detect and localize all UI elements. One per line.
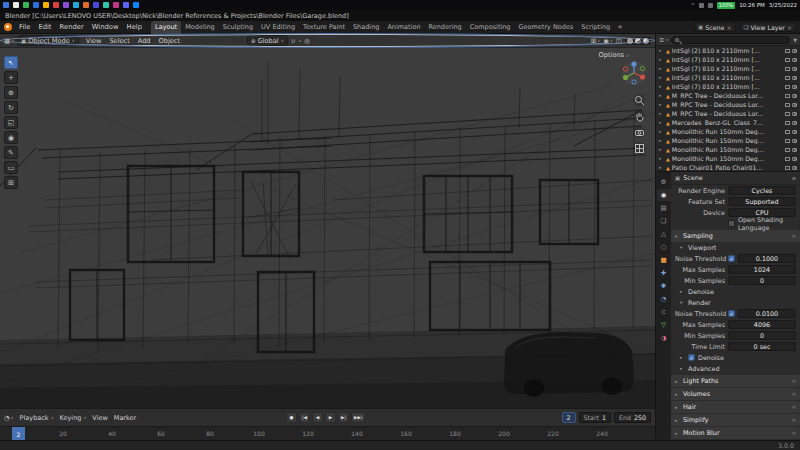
subpanel-advanced[interactable]: ▸Advanced xyxy=(671,363,800,374)
hide-in-viewport-icon[interactable] xyxy=(785,157,790,161)
taskbar-app-icon[interactable] xyxy=(73,2,79,8)
hide-in-viewport-icon[interactable] xyxy=(785,121,790,125)
view-layer-selector[interactable]: ❏ View Layer × xyxy=(740,22,796,32)
prop-value-max-samples[interactable]: 1024 xyxy=(728,265,796,274)
unlink-view-layer-icon[interactable]: × xyxy=(787,24,792,31)
expand-caret-icon[interactable]: ▸ xyxy=(659,138,664,143)
battery-indicator[interactable]: 100% xyxy=(717,2,735,9)
disable-in-render-icon[interactable] xyxy=(792,121,797,125)
expand-caret-icon[interactable]: ▸ xyxy=(659,84,664,89)
world-properties-tab[interactable]: ○ xyxy=(657,241,671,253)
current-frame-field[interactable]: 2 xyxy=(562,412,576,423)
hide-in-viewport-icon[interactable] xyxy=(785,76,790,80)
taskbar-app-icon[interactable] xyxy=(93,2,99,8)
render-properties-tab[interactable]: ◉ xyxy=(657,189,671,201)
taskbar-app-icon[interactable] xyxy=(103,2,109,8)
frame-end-field[interactable]: End 250 xyxy=(614,412,651,423)
timeline-menu-view[interactable]: View xyxy=(89,413,110,423)
hide-in-viewport-icon[interactable] xyxy=(785,166,790,170)
outliner-item[interactable]: ▸▲Monolithic Run 150mm Deg... xyxy=(656,154,800,163)
material-properties-tab[interactable]: ◑ xyxy=(657,332,671,344)
prop-value-noise-threshold[interactable]: 0.0100 xyxy=(738,309,796,318)
hide-in-viewport-icon[interactable] xyxy=(785,139,790,143)
view-layer-properties-tab[interactable]: ❏ xyxy=(657,215,671,227)
disable-in-render-icon[interactable] xyxy=(792,94,797,98)
timeline-ruler[interactable]: 2 020406080100120140160180200220240 xyxy=(0,426,655,440)
panel-sampling[interactable]: ▾Sampling≡ xyxy=(671,230,800,242)
workspace-tab-sculpting[interactable]: Sculpting xyxy=(219,21,257,34)
expand-caret-icon[interactable]: ▸ xyxy=(659,111,664,116)
workspace-tab-rendering[interactable]: Rendering xyxy=(425,21,466,34)
outliner-item[interactable]: ▸▲M_RPC Tree - Deciduous Lor... xyxy=(656,100,800,109)
add-workspace-button[interactable]: + xyxy=(614,23,626,31)
expand-caret-icon[interactable]: ▸ xyxy=(659,57,664,62)
taskbar-app-icon[interactable] xyxy=(3,2,9,8)
workspace-tab-layout[interactable]: Layout xyxy=(151,21,181,34)
workspace-tab-scripting[interactable]: Scripting xyxy=(577,21,614,34)
disable-in-render-icon[interactable] xyxy=(792,49,797,53)
tray-icon[interactable] xyxy=(708,3,713,8)
tray-icon[interactable] xyxy=(699,3,704,8)
shading-wireframe-icon[interactable] xyxy=(0,34,655,47)
menu-edit[interactable]: Edit xyxy=(34,22,55,32)
outliner-item[interactable]: ▸▲IntSgl (7) 810 x 2110mm [... xyxy=(656,82,800,91)
panel-motion-blur[interactable]: ▸Motion Blur≡ xyxy=(671,427,800,439)
disable-in-render-icon[interactable] xyxy=(792,103,797,107)
outliner-item[interactable]: ▸▲Monolithic Run 150mm Deg... xyxy=(656,136,800,145)
disable-in-render-icon[interactable] xyxy=(792,85,797,89)
outliner-item[interactable]: ▸▲Mercedes_Benz-GL_Class_7... xyxy=(656,118,800,127)
panel-volumes[interactable]: ▸Volumes≡ xyxy=(671,388,800,400)
next-keyframe-button[interactable]: ▶| xyxy=(338,412,349,423)
hide-in-viewport-icon[interactable] xyxy=(785,85,790,89)
subpanel-denoise[interactable]: ▸✓Denoise xyxy=(671,352,800,363)
workspace-tab-animation[interactable]: Animation xyxy=(383,21,424,34)
taskbar-app-icon[interactable] xyxy=(13,2,19,8)
expand-caret-icon[interactable]: ▸ xyxy=(659,66,664,71)
checkbox[interactable]: ✓ xyxy=(728,255,735,262)
outliner-item[interactable]: ▸▲Monolithic Run 150mm Deg... xyxy=(656,127,800,136)
prop-value-feature-set[interactable]: Supported xyxy=(728,197,796,206)
menu-file[interactable]: File xyxy=(15,22,34,32)
taskbar-app-icon[interactable] xyxy=(23,2,29,8)
object-properties-tab[interactable]: ■ xyxy=(657,254,671,266)
prop-value-time-limit[interactable]: 0 sec xyxy=(728,342,796,351)
disable-in-render-icon[interactable] xyxy=(792,166,797,170)
menu-window[interactable]: Window xyxy=(88,22,123,32)
hidden-icons-arrow[interactable]: ^ xyxy=(691,2,695,8)
disable-in-render-icon[interactable] xyxy=(792,130,797,134)
physics-properties-tab[interactable]: ◔ xyxy=(657,293,671,305)
properties-menu-icon[interactable]: ≡ xyxy=(791,175,796,181)
outliner-search-input[interactable] xyxy=(671,36,790,44)
tool-select-box[interactable]: ↖ xyxy=(4,56,18,69)
outliner-item[interactable]: ▸▲IntSgl (7) 810 x 2110mm [... xyxy=(656,64,800,73)
editor-type-icon[interactable]: ≡∨ xyxy=(659,36,668,44)
outliner-item[interactable]: ▸▲IntSgl (7) 810 x 2110mm [... xyxy=(656,73,800,82)
taskbar-app-icon[interactable] xyxy=(53,2,59,8)
tool-properties-tab[interactable]: ⚙ xyxy=(657,176,671,188)
prop-value-noise-threshold[interactable]: 0.1000 xyxy=(738,254,796,263)
expand-caret-icon[interactable]: ▸ xyxy=(659,156,664,161)
expand-caret-icon[interactable]: ▸ xyxy=(659,93,664,98)
panel-simplify[interactable]: ▸Simplify≡ xyxy=(671,414,800,426)
taskbar-app-icon[interactable] xyxy=(83,2,89,8)
pan-hand-icon[interactable] xyxy=(633,110,645,122)
taskbar-app-icon[interactable] xyxy=(63,2,69,8)
disable-in-render-icon[interactable] xyxy=(792,76,797,80)
play-button[interactable]: ▶ xyxy=(325,412,336,423)
expand-caret-icon[interactable]: ▸ xyxy=(659,75,664,80)
timeline-menu-keying[interactable]: Keying∨ xyxy=(57,413,90,423)
hide-in-viewport-icon[interactable] xyxy=(785,94,790,98)
tool-measure[interactable]: ▭ xyxy=(4,161,18,174)
constraint-properties-tab[interactable]: ⊂ xyxy=(657,306,671,318)
taskbar-app-icon[interactable] xyxy=(33,2,39,8)
expand-caret-icon[interactable]: ▸ xyxy=(659,102,664,107)
expand-caret-icon[interactable]: ▸ xyxy=(659,129,664,134)
auto-keyframe-button[interactable]: ● xyxy=(286,412,297,423)
hide-in-viewport-icon[interactable] xyxy=(785,130,790,134)
expand-caret-icon[interactable]: ▸ xyxy=(659,48,664,53)
editor-type-icon[interactable]: ◔∨ xyxy=(4,414,14,422)
outliner-item[interactable]: ▸▲IntSgl (2) 810 x 2110mm [... xyxy=(656,46,800,55)
outliner-item[interactable]: ▸▲M_RPC Tree - Deciduous Lor... xyxy=(656,109,800,118)
hide-in-viewport-icon[interactable] xyxy=(785,49,790,53)
taskbar-app-icon[interactable] xyxy=(123,2,129,8)
